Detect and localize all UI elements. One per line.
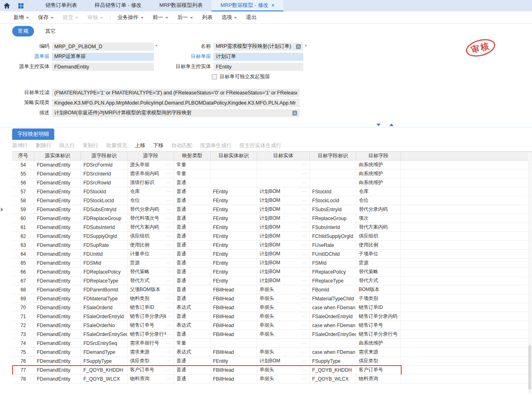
target-master-entity-input[interactable]: FEntity	[213, 63, 303, 71]
source-bill-link[interactable]: 源单据	[12, 53, 52, 60]
menu-item[interactable]: 审核	[83, 11, 108, 23]
grid-toolbar-button[interactable]: 复制行	[83, 142, 98, 149]
lookup-ellipsis-icon[interactable]: ···	[166, 377, 171, 381]
grid-toolbar-button[interactable]: 插入行	[59, 142, 75, 149]
lookup-ellipsis-icon[interactable]: ···	[166, 198, 171, 203]
table-row[interactable]: 60 FDemandEntity FDReplaceGroup 替代料项次号 ·…	[12, 214, 532, 223]
lookup-ellipsis-icon[interactable]: ···	[302, 252, 307, 256]
menu-item[interactable]: 保存	[34, 11, 58, 23]
column-header-source-field[interactable]: 源字段	[128, 152, 174, 160]
expand-panel-icon[interactable]	[389, 124, 394, 126]
table-row[interactable]: 74 FDemandEntity FDSrcEntrySeq 需求单据行号 ··…	[12, 339, 532, 348]
menu-item[interactable]: 提交	[58, 11, 83, 23]
column-header-target-entity-id[interactable]: 目标实体标识	[211, 152, 257, 160]
lookup-ellipsis-icon[interactable]: ···	[302, 278, 307, 283]
menu-item[interactable]: 退出	[242, 11, 261, 23]
grid-toolbar-button[interactable]: 上移	[135, 142, 145, 149]
window-tab[interactable]: 样品销售订单 - 修改 ×	[86, 0, 151, 11]
lookup-ellipsis-icon[interactable]: ···	[166, 278, 171, 283]
lookup-ellipsis-icon[interactable]: ···	[302, 341, 307, 345]
tab-other[interactable]: 其它	[40, 26, 62, 36]
scrollbar-thumb[interactable]	[528, 345, 531, 390]
lookup-ellipsis-icon[interactable]: ···	[166, 305, 171, 310]
lookup-ellipsis-icon[interactable]: ···	[166, 252, 171, 256]
tab-general[interactable]: 常规	[12, 26, 34, 36]
target-bill-input[interactable]: 计划订单	[213, 53, 303, 61]
locale-icon[interactable]: A	[292, 111, 297, 116]
table-row[interactable]: 68 FDemandEntity FDParentBomId 父项BOM版本 ·…	[12, 285, 532, 294]
name-input[interactable]: MRP需求模型字段映射(计划订单) A	[213, 43, 303, 51]
table-row[interactable]: 75 FDemandEntity FDemandType 需求来源 ··· 表达…	[12, 348, 532, 357]
lookup-ellipsis-icon[interactable]: ···	[166, 207, 171, 212]
lookup-ellipsis-icon[interactable]: ···	[302, 323, 307, 328]
lookup-ellipsis-icon[interactable]: ···	[166, 287, 171, 292]
home-icon[interactable]	[0, 0, 14, 11]
lookup-ellipsis-icon[interactable]: ···	[166, 261, 171, 265]
table-row[interactable]: 72 FDemandEntity FSaleOrderNo 销售订单号 ··· …	[12, 321, 532, 330]
menu-item[interactable]: 业务操作	[113, 11, 148, 23]
lookup-ellipsis-icon[interactable]: ···	[166, 359, 171, 363]
tab-field-mapping-detail[interactable]: 字段映射明细	[12, 128, 54, 140]
grid-toolbar-button[interactable]: 自动匹配	[171, 142, 192, 149]
lookup-ellipsis-icon[interactable]: ···	[302, 171, 307, 176]
lookup-ellipsis-icon[interactable]: ···	[166, 180, 171, 185]
lookup-ellipsis-icon[interactable]: ···	[302, 198, 307, 203]
menu-item[interactable]: 列表	[198, 11, 217, 23]
lookup-ellipsis-icon[interactable]: ···	[302, 163, 307, 167]
lookup-ellipsis-icon[interactable]: ···	[302, 368, 307, 372]
menu-item[interactable]: 新增	[9, 11, 34, 23]
table-row[interactable]: 69 FDemandEntity FDMaterialType 物料类别 ···…	[12, 294, 532, 303]
lookup-ellipsis-icon[interactable]: ···	[302, 189, 307, 194]
lookup-ellipsis-icon[interactable]: ···	[166, 171, 171, 176]
table-row[interactable]: 55 FDemandEntity FDSrcInterId 需求单据内码 ···…	[12, 169, 532, 178]
table-row[interactable]: 67 FDemandEntity FDReplaceType 替代方式 ··· …	[12, 276, 532, 285]
column-header-target-entity[interactable]: 目标实体	[257, 152, 310, 160]
grid-toolbar-button[interactable]: 按主控实体生成行	[239, 142, 281, 149]
menu-item[interactable]: 前一	[148, 11, 173, 23]
lookup-ellipsis-icon[interactable]: ···	[166, 216, 171, 220]
grid-toolbar-button[interactable]: 下移	[153, 142, 164, 149]
table-row[interactable]: 70 FDemandEntity FSaleOrderId 销售订单ID ···…	[12, 303, 532, 312]
lookup-ellipsis-icon[interactable]: ···	[302, 287, 307, 292]
column-header-mapping-type[interactable]: 映射类型	[174, 152, 211, 160]
table-row[interactable]: 78 FDemandEntity F_QOYB_WLCX 物料查询 ··· 普通…	[12, 375, 532, 383]
grid-toolbar-button[interactable]: 删除行	[36, 142, 51, 149]
column-header-source-entity-id[interactable]: 源实体标识	[34, 152, 81, 160]
lookup-ellipsis-icon[interactable]: ···	[166, 296, 171, 301]
lookup-ellipsis-icon[interactable]: ···	[302, 261, 307, 265]
table-row[interactable]: 57 FDemandEntity FDStockId 仓库 ··· 普通 FEn…	[12, 187, 532, 196]
close-icon[interactable]: ×	[271, 2, 275, 8]
lookup-ellipsis-icon[interactable]: ···	[302, 350, 307, 354]
lookup-ellipsis-icon[interactable]: ···	[166, 234, 171, 238]
lookup-ellipsis-icon[interactable]: ···	[166, 323, 171, 328]
lookup-ellipsis-icon[interactable]: ···	[302, 180, 307, 185]
lookup-ellipsis-icon[interactable]: ···	[302, 243, 307, 247]
column-header-target-field[interactable]: 目标字段	[356, 152, 401, 160]
lookup-ellipsis-icon[interactable]: ···	[166, 225, 171, 229]
lookup-ellipsis-icon[interactable]: ···	[302, 305, 307, 310]
lookup-ellipsis-icon[interactable]: ···	[302, 225, 307, 229]
table-row[interactable]: 71 FDemandEntity FSaleOrderEntryId 销售订单分…	[12, 312, 532, 321]
table-row[interactable]: 58 FDemandEntity FDStockLocId 仓位 ··· 普通 …	[12, 196, 532, 205]
table-row[interactable]: 61 FDemandEntity FDSubsInterId 替代方案内码 ··…	[12, 223, 532, 232]
table-row[interactable]: 54 FDemandEntity FDSrcFormId 源头单据 ··· 常量…	[12, 161, 532, 169]
column-header-source-field-id[interactable]: 源字段标识	[81, 152, 128, 160]
lookup-ellipsis-icon[interactable]: ···	[166, 332, 171, 336]
lookup-ellipsis-icon[interactable]: ···	[166, 189, 171, 194]
table-row[interactable]: 56 FDemandEntity FDSrcRowId 顶级行标识 ··· 普通…	[12, 178, 532, 187]
target-bill-link[interactable]: 目标单据	[160, 53, 213, 60]
collapse-panel-icon[interactable]	[377, 124, 381, 126]
column-header-seq[interactable]: 序号	[12, 152, 34, 160]
window-tab[interactable]: 销售订单列表 ×	[36, 0, 86, 11]
lookup-ellipsis-icon[interactable]: ···	[166, 314, 171, 319]
table-row[interactable]: 76 FDemandEntity FSupplyType 供应类型 ··· 普通…	[12, 357, 532, 366]
locale-icon[interactable]: A	[296, 44, 301, 49]
lookup-ellipsis-icon[interactable]: ···	[166, 243, 171, 247]
table-row[interactable]: 63 FDemandEntity FDSupRate 使用比例 ··· 普通 F…	[12, 241, 532, 250]
grid-toolbar-button[interactable]: 新增行	[12, 142, 28, 149]
table-row[interactable]: 77 FDemandEntity F_QOYB_KHDDH 客户订单号 ··· …	[12, 366, 532, 375]
lookup-ellipsis-icon[interactable]: ···	[166, 350, 171, 354]
code-input[interactable]: MRP_DP_PLBOM_D	[52, 43, 154, 51]
grid-toolbar-button[interactable]: 按源单生成行	[200, 142, 232, 149]
source-bill-input[interactable]: MRP运算单据	[52, 53, 154, 61]
